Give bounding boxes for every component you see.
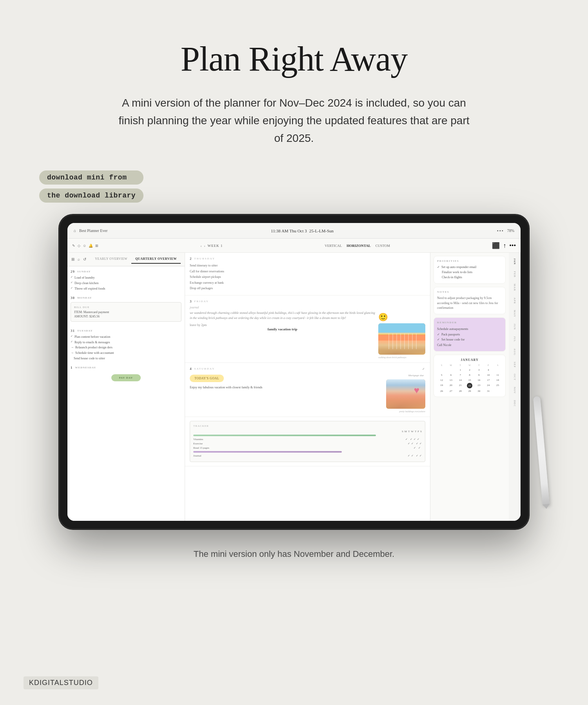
- month-jun[interactable]: JUN: [513, 321, 516, 332]
- custom-tab[interactable]: CUSTOM: [376, 244, 390, 248]
- wednesday-num: 1: [71, 366, 73, 370]
- cal-cell-12[interactable]: 12: [437, 378, 446, 382]
- pencil-icon[interactable]: ✎: [72, 244, 75, 248]
- cal-cell-14[interactable]: 14: [456, 378, 465, 382]
- search-icon[interactable]: ⌕: [78, 257, 80, 261]
- monday-num: 30: [71, 296, 75, 300]
- reminder-1: Schedule autoapayments: [437, 326, 502, 332]
- month-may[interactable]: MAY: [513, 308, 516, 320]
- priorities-title: PRIORITIES: [437, 259, 502, 263]
- cal-cell-29[interactable]: 29: [465, 389, 474, 393]
- check-icon-1: ✓: [437, 265, 440, 270]
- cal-cell-2[interactable]: 2: [465, 368, 474, 372]
- app-main: JAN FEB MAR APR MAY JUN JUL AUG SEP OCT …: [67, 253, 521, 521]
- tuesday-tasks: ✓Plan content before vacation ✓Reply to …: [71, 334, 181, 361]
- photo-caption: walking down brick pathways: [378, 356, 425, 359]
- cal-cell-16[interactable]: 16: [474, 378, 483, 382]
- cal-cell-15[interactable]: 15: [465, 378, 474, 382]
- month-dec[interactable]: DEC: [513, 398, 516, 409]
- cal-cell-empty4: [493, 389, 502, 393]
- quarterly-overview-tab[interactable]: QUARTERLY OVERVIEW: [131, 255, 181, 264]
- bell-icon[interactable]: 🔔: [89, 244, 93, 248]
- bookmark-icon[interactable]: ⬛: [492, 242, 500, 249]
- tracker-section: TRACKER SMTWTFS Vitamins: [185, 417, 430, 466]
- month-jan[interactable]: JAN: [513, 256, 516, 267]
- cal-cell-7[interactable]: 7: [456, 373, 465, 377]
- refresh-icon[interactable]: ↺: [83, 257, 86, 261]
- pay-day-button[interactable]: PAY DAY: [111, 374, 141, 381]
- month-oct[interactable]: OCT: [513, 372, 516, 383]
- month-feb[interactable]: FEB: [513, 269, 516, 280]
- month-sep[interactable]: SEP: [513, 359, 516, 370]
- month-mar[interactable]: MAR: [513, 281, 516, 294]
- cal-cell-empty1: [437, 368, 446, 372]
- cal-cell-26[interactable]: 26: [437, 389, 446, 393]
- cal-head-s1: S: [437, 363, 446, 367]
- cal-cell-27[interactable]: 27: [446, 389, 456, 393]
- bottom-note: The mini version only has November and D…: [194, 549, 394, 559]
- calendar-month-title: JANUARY: [437, 358, 502, 362]
- cal-cell-3[interactable]: 3: [474, 368, 483, 372]
- vertical-tab[interactable]: VERTICAL: [325, 244, 342, 248]
- cal-cell-30[interactable]: 30: [474, 389, 483, 393]
- cal-cell-5[interactable]: 5: [437, 373, 446, 377]
- cal-cell-4[interactable]: 4: [484, 368, 493, 372]
- app-name: Best Planner Ever: [79, 228, 107, 233]
- month-nov[interactable]: NOV: [513, 384, 516, 396]
- download-badges: download mini from the download library: [39, 170, 143, 203]
- cal-cell-1[interactable]: 1: [456, 368, 465, 372]
- cal-head-t2: T: [474, 363, 483, 367]
- month-aug[interactable]: AUG: [513, 346, 516, 358]
- tracker-title: TRACKER: [193, 424, 422, 428]
- cal-cell-empty2: [446, 368, 456, 372]
- journal-checks: ✓✓✓✓: [405, 454, 422, 457]
- cal-cell-28[interactable]: 28: [456, 389, 465, 393]
- tracker-vitamins: Vitamins ✓✓✓✓: [193, 438, 422, 441]
- cal-cell-18[interactable]: 18: [493, 378, 502, 382]
- month-apr[interactable]: APR: [513, 295, 516, 306]
- thursday-section: 2 THURSDAY Send itinerary to sitter Call…: [185, 253, 430, 295]
- reminder-3: ✓Set house code for: [437, 337, 502, 343]
- cal-cell-19[interactable]: 19: [437, 383, 446, 388]
- share-icon[interactable]: ↑: [503, 242, 506, 249]
- emoji-icon[interactable]: ☺: [83, 244, 86, 248]
- grid-icon[interactable]: ⊞: [95, 244, 98, 248]
- cal-cell-31[interactable]: 31: [484, 389, 493, 393]
- planner-selector[interactable]: 25-L-LM-Sun: [309, 228, 334, 233]
- apple-pencil: [533, 396, 550, 506]
- cal-cell-20[interactable]: 20: [446, 383, 456, 388]
- toolbar-nav: ✎ ◇ ☺ 🔔 ⊞: [72, 244, 98, 248]
- prev-week[interactable]: ‹: [200, 244, 201, 248]
- cal-cell-9[interactable]: 9: [474, 373, 483, 377]
- cal-cell-17[interactable]: 17: [484, 378, 493, 382]
- street-photo: [378, 323, 425, 355]
- badge-download-mini[interactable]: download mini from: [39, 170, 143, 185]
- cal-cell-13[interactable]: 13: [446, 378, 456, 382]
- grid-view-icon[interactable]: ⊞: [71, 257, 74, 261]
- more-icon[interactable]: •••: [509, 242, 516, 249]
- check-done-icon: ✓: [422, 367, 425, 371]
- horizontal-tab[interactable]: HORIZONTAL: [347, 244, 370, 248]
- reminder-section: REMINDER Schedule autoapayments ✓Pack pa…: [434, 317, 506, 351]
- cal-cell-25[interactable]: 25: [493, 383, 502, 388]
- cal-cell-8[interactable]: 8: [465, 373, 474, 377]
- next-week[interactable]: ›: [204, 244, 205, 248]
- friday-section: 3 FRIDAY journal we wandered through cha…: [185, 295, 430, 363]
- yearly-overview-tab[interactable]: YEARLY OVERVIEW: [91, 255, 131, 264]
- cal-cell-22-today[interactable]: 22: [467, 383, 472, 388]
- mortgage-note: Mortgage due: [386, 373, 425, 378]
- journal-label: journal: [190, 306, 425, 309]
- cal-cell-10[interactable]: 10: [484, 373, 493, 377]
- cal-cell-6[interactable]: 6: [446, 373, 456, 377]
- badge-download-library[interactable]: the download library: [39, 188, 143, 203]
- cal-cell-11[interactable]: 11: [493, 373, 502, 377]
- sunday-tasks: ✓Load of laundry ✓Deep clean kitchen ✓Th…: [71, 275, 181, 291]
- todays-goal-badge: TODAY'S GOAL: [190, 375, 224, 382]
- notes-content: Need to adjust product packaging by 9.5c…: [437, 296, 502, 311]
- cal-cell-23[interactable]: 23: [474, 383, 483, 388]
- shape-icon[interactable]: ◇: [78, 244, 80, 248]
- month-jul[interactable]: JUL: [513, 334, 516, 344]
- cal-cell-24[interactable]: 24: [484, 383, 493, 388]
- battery-level: 78%: [507, 228, 514, 233]
- cal-cell-21[interactable]: 21: [456, 383, 465, 388]
